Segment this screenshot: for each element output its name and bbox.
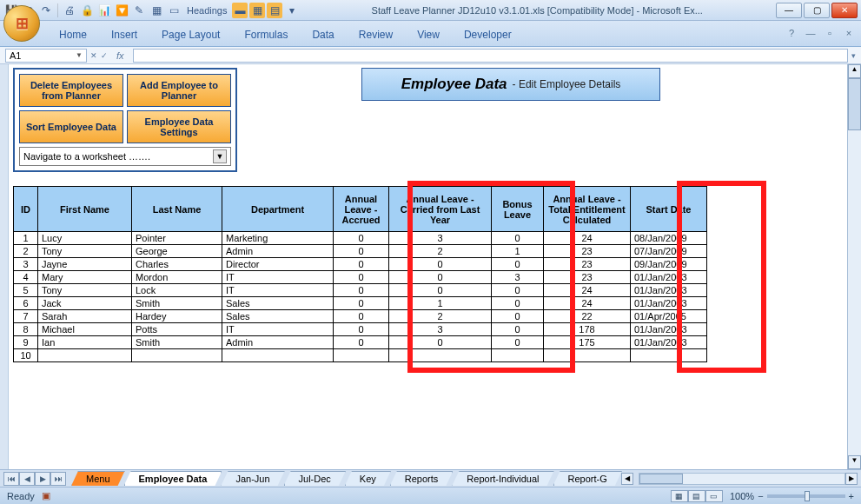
view-1-icon[interactable]: ▬ [232,3,248,18]
cell-total[interactable]: 24 [544,232,631,245]
cell-dept[interactable]: Director [222,258,334,271]
cell-last[interactable]: Potts [132,323,222,336]
cell-first[interactable]: Lucy [38,232,132,245]
cell-id[interactable]: 6 [14,297,38,310]
cell-accrued[interactable]: 0 [334,284,389,297]
cell-start[interactable]: 09/Jan/2009 [631,258,707,271]
zoom-thumb[interactable] [805,491,810,501]
cell-total[interactable]: 23 [544,258,631,271]
tab-next-icon[interactable]: ▶ [35,472,50,486]
cell-first[interactable]: Michael [38,323,132,336]
view-2-icon[interactable]: ▦ [249,3,265,18]
ribbon-tab-formulas[interactable]: Formulas [232,24,300,46]
col-department[interactable]: Department [222,187,334,232]
cell-accrued[interactable]: 0 [334,310,389,323]
cell-total[interactable]: 178 [544,323,631,336]
view-page-break-icon[interactable]: ▭ [705,490,723,502]
edit-icon[interactable]: ✎ [131,3,147,18]
maximize-button[interactable]: ▢ [804,3,830,18]
cell-last[interactable]: Charles [132,258,222,271]
col-id[interactable]: ID [14,187,38,232]
macro-record-icon[interactable]: ▣ [42,490,50,501]
cell-id[interactable]: 1 [14,232,38,245]
navigate-worksheet-dropdown[interactable]: Navigate to a worksheet ……. ▼ [19,147,231,166]
delete-employees-button[interactable]: Delete Employees from Planner [19,74,123,107]
cell-bonus[interactable]: 0 [492,297,544,310]
chart-icon[interactable]: 📊 [96,3,112,18]
cell-accrued[interactable] [334,349,389,362]
cell-accrued[interactable]: 0 [334,297,389,310]
cell-id[interactable]: 2 [14,245,38,258]
cell-dept[interactable]: Sales [222,297,334,310]
cell-first[interactable]: Tony [38,245,132,258]
cell-carried[interactable]: 0 [389,284,492,297]
cell-start[interactable]: 01/Jan/2003 [631,297,707,310]
cell-first[interactable]: Tony [38,284,132,297]
hscroll-left-icon[interactable]: ◀ [621,473,633,485]
scroll-down-icon[interactable]: ▼ [848,455,861,469]
cell-dept[interactable]: Admin [222,245,334,258]
zoom-slider[interactable] [767,494,845,498]
zoom-control[interactable]: 100% − + [730,491,854,501]
view-page-layout-icon[interactable]: ▤ [688,490,705,502]
cell-last[interactable]: Mordon [132,271,222,284]
hscroll-right-icon[interactable]: ▶ [845,473,858,485]
cell-dept[interactable]: IT [222,284,334,297]
ribbon-tab-insert[interactable]: Insert [99,24,149,46]
ribbon-tab-review[interactable]: Review [347,24,405,46]
cell-carried[interactable]: 0 [389,271,492,284]
cell-bonus[interactable]: 0 [492,284,544,297]
employee-settings-button[interactable]: Employee Data Settings [127,110,231,143]
form-icon[interactable]: ▦ [149,3,164,18]
cell-id[interactable]: 5 [14,284,38,297]
table-row[interactable]: 8MichaelPottsIT03017801/Jan/2003 [14,323,707,336]
lock-icon[interactable]: 🔒 [79,3,95,18]
cell-first[interactable]: Jayne [38,258,132,271]
cell-total[interactable] [544,349,631,362]
col-first-name[interactable]: First Name [38,187,132,232]
cell-start[interactable]: 01/Apr/2005 [631,310,707,323]
cell-accrued[interactable]: 0 [334,336,389,349]
cell-start[interactable]: 01/Jan/2003 [631,271,707,284]
worksheet[interactable]: Delete Employees from Planner Add Employ… [9,64,861,469]
ribbon-tab-view[interactable]: View [405,24,452,46]
col-bonus[interactable]: Bonus Leave [492,187,544,232]
sheet-tab-report-g[interactable]: Report-G [553,471,622,486]
sort-icon[interactable]: 🔽 [114,3,129,18]
zoom-in-icon[interactable]: + [849,491,854,501]
close-button[interactable]: ✕ [831,3,858,18]
ribbon-tab-data[interactable]: Data [300,24,346,46]
minimize-button[interactable]: — [776,3,802,18]
print-icon[interactable]: 🖨 [62,3,77,18]
fx-confirm-icon[interactable]: ✓ [101,51,108,60]
cell-start[interactable] [631,349,707,362]
col-accrued[interactable]: Annual Leave - Accrued [334,187,389,232]
cell-id[interactable]: 8 [14,323,38,336]
cell-start[interactable]: 01/Jan/2003 [631,284,707,297]
table-row[interactable]: 2TonyGeorgeAdmin0212307/Jan/2009 [14,245,707,258]
table-row[interactable]: 1LucyPointerMarketing0302408/Jan/2009 [14,232,707,245]
cell-id[interactable]: 3 [14,258,38,271]
cell-first[interactable] [38,349,132,362]
cell-accrued[interactable]: 0 [334,232,389,245]
cell-carried[interactable]: 3 [389,323,492,336]
cell-total[interactable]: 23 [544,245,631,258]
sheet-tab-jul-dec[interactable]: Jul-Dec [284,471,346,486]
table-row[interactable]: 6JackSmithSales0102401/Jan/2003 [14,297,707,310]
cell-bonus[interactable]: 0 [492,323,544,336]
cell-dept[interactable]: Admin [222,336,334,349]
cell-bonus[interactable]: 0 [492,258,544,271]
sheet-tab-employee-data[interactable]: Employee Data [124,471,222,486]
vertical-scrollbar[interactable]: ▲ ▼ [847,64,861,469]
formula-input[interactable] [133,49,848,63]
window-icon[interactable]: ▭ [166,3,182,18]
cell-bonus[interactable]: 3 [492,271,544,284]
cell-total[interactable]: 24 [544,284,631,297]
employee-table[interactable]: ID First Name Last Name Department Annua… [13,186,707,362]
ribbon-minimize-icon[interactable]: — [804,26,818,40]
tab-prev-icon[interactable]: ◀ [19,472,35,486]
ribbon-tab-page-layout[interactable]: Page Layout [149,24,232,46]
view-normal-icon[interactable]: ▦ [671,490,688,502]
name-box-dropdown-icon[interactable]: ▼ [76,51,83,59]
cell-dept[interactable] [222,349,334,362]
